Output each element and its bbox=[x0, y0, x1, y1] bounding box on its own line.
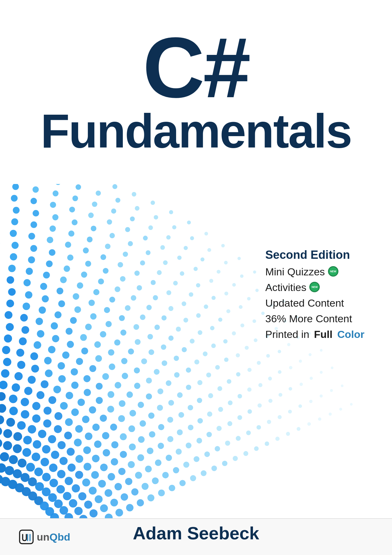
svg-point-387 bbox=[288, 410, 292, 413]
svg-point-228 bbox=[204, 451, 210, 457]
svg-point-172 bbox=[149, 431, 155, 438]
svg-point-470 bbox=[309, 353, 312, 356]
svg-point-452 bbox=[320, 394, 323, 397]
publisher-qbd: Qbd bbox=[50, 531, 70, 543]
svg-point-204 bbox=[134, 383, 140, 389]
svg-point-233 bbox=[39, 307, 46, 314]
svg-point-166 bbox=[84, 375, 91, 382]
svg-point-219 bbox=[108, 349, 115, 356]
svg-point-144 bbox=[3, 358, 11, 366]
svg-point-265 bbox=[217, 426, 222, 431]
svg-point-295 bbox=[125, 305, 131, 311]
svg-point-244 bbox=[188, 405, 193, 411]
svg-point-397 bbox=[146, 250, 151, 255]
svg-point-90 bbox=[92, 455, 100, 462]
svg-point-176 bbox=[179, 480, 186, 486]
svg-point-414 bbox=[69, 207, 75, 212]
svg-point-330 bbox=[49, 249, 55, 256]
svg-point-483 bbox=[253, 270, 256, 274]
svg-point-94 bbox=[121, 493, 128, 501]
svg-point-140 bbox=[137, 454, 144, 461]
svg-point-407 bbox=[288, 387, 292, 391]
svg-point-134 bbox=[77, 399, 85, 406]
svg-point-126 bbox=[141, 483, 149, 490]
svg-point-102 bbox=[65, 418, 73, 426]
svg-point-131 bbox=[41, 380, 49, 388]
svg-point-178 bbox=[19, 337, 27, 345]
svg-point-151 bbox=[96, 397, 103, 404]
svg-point-270 bbox=[40, 283, 47, 290]
svg-point-430 bbox=[309, 400, 313, 403]
svg-point-25 bbox=[9, 455, 18, 464]
svg-point-161 bbox=[16, 349, 24, 357]
svg-point-447 bbox=[261, 312, 265, 315]
svg-point-60 bbox=[75, 471, 83, 479]
features-box: Second Edition Mini Quizzes NEW Activiti… bbox=[265, 248, 364, 342]
svg-point-473 bbox=[339, 408, 342, 411]
svg-point-216 bbox=[66, 328, 73, 335]
svg-point-462 bbox=[190, 236, 194, 240]
svg-point-74 bbox=[75, 455, 83, 463]
svg-point-165 bbox=[71, 368, 78, 376]
svg-point-433 bbox=[12, 184, 19, 190]
svg-point-361 bbox=[223, 339, 228, 343]
unqbd-icon bbox=[18, 529, 34, 545]
svg-point-220 bbox=[121, 358, 127, 364]
svg-point-475 bbox=[112, 184, 117, 189]
publisher-name: unQbd bbox=[37, 531, 70, 543]
svg-point-365 bbox=[269, 399, 273, 403]
svg-point-103 bbox=[75, 425, 83, 433]
feature-more-content: 36% More Content bbox=[265, 311, 364, 327]
svg-point-315 bbox=[131, 295, 136, 301]
svg-point-416 bbox=[107, 219, 112, 224]
svg-point-306 bbox=[254, 446, 259, 451]
svg-point-391 bbox=[33, 210, 39, 216]
svg-point-46 bbox=[72, 484, 80, 492]
svg-point-317 bbox=[161, 315, 167, 320]
svg-point-380 bbox=[204, 304, 208, 309]
svg-point-116 bbox=[48, 396, 56, 404]
svg-point-69 bbox=[28, 425, 36, 434]
svg-point-82 bbox=[9, 407, 18, 415]
svg-point-292 bbox=[77, 282, 83, 289]
svg-point-167 bbox=[96, 383, 103, 389]
svg-point-101 bbox=[55, 412, 62, 420]
svg-point-250 bbox=[8, 288, 16, 296]
svg-point-399 bbox=[180, 271, 184, 276]
svg-point-150 bbox=[84, 389, 91, 396]
svg-point-175 bbox=[173, 467, 179, 473]
svg-point-42 bbox=[40, 458, 49, 466]
svg-point-477 bbox=[151, 201, 155, 205]
title-area: C# Fundamentals bbox=[0, 25, 392, 155]
svg-point-238 bbox=[114, 339, 120, 346]
svg-point-68 bbox=[17, 421, 26, 430]
svg-point-314 bbox=[115, 286, 120, 292]
svg-point-16 bbox=[35, 482, 44, 491]
svg-point-75 bbox=[84, 463, 91, 470]
svg-point-272 bbox=[73, 293, 79, 300]
svg-point-273 bbox=[89, 300, 95, 306]
svg-point-459 bbox=[135, 206, 139, 211]
svg-point-332 bbox=[85, 261, 91, 267]
svg-point-163 bbox=[44, 357, 52, 365]
svg-point-2 bbox=[8, 480, 17, 489]
svg-point-257 bbox=[120, 330, 126, 336]
svg-point-205 bbox=[146, 393, 152, 400]
svg-point-159 bbox=[169, 485, 175, 491]
svg-point-259 bbox=[149, 349, 154, 355]
svg-point-214 bbox=[36, 318, 43, 325]
svg-point-40 bbox=[22, 448, 31, 457]
svg-point-382 bbox=[232, 331, 236, 335]
svg-point-93 bbox=[115, 483, 122, 490]
svg-point-381 bbox=[218, 318, 223, 322]
svg-point-189 bbox=[158, 424, 164, 430]
svg-point-481 bbox=[221, 244, 224, 247]
svg-point-458 bbox=[115, 198, 120, 203]
svg-point-401 bbox=[212, 296, 216, 300]
svg-point-415 bbox=[88, 212, 94, 218]
svg-point-456 bbox=[76, 184, 81, 190]
publisher-logo: unQbd bbox=[18, 529, 70, 545]
svg-point-61 bbox=[82, 479, 90, 487]
svg-point-130 bbox=[28, 376, 36, 384]
svg-point-109 bbox=[125, 478, 133, 485]
